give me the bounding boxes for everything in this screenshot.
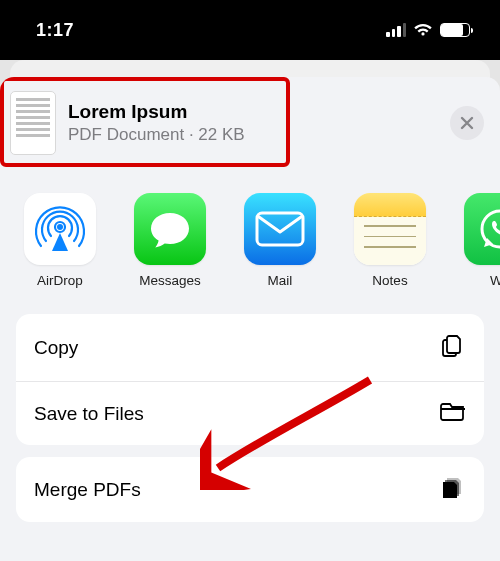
document-thumbnail [10,91,56,155]
app-label: Messages [139,273,201,288]
action-copy[interactable]: Copy [16,314,484,381]
action-label: Copy [34,337,78,359]
action-merge-pdfs[interactable]: Merge PDFs [16,457,484,522]
status-indicators [386,23,470,37]
share-target-whatsapp[interactable]: Wh [460,193,500,288]
status-time: 1:17 [36,20,74,41]
app-label: Notes [372,273,407,288]
action-save-to-files[interactable]: Save to Files [16,381,484,445]
messages-icon [134,193,206,265]
document-title: Lorem Ipsum [68,101,450,123]
share-header: Lorem Ipsum PDF Document · 22 KB [0,77,500,169]
app-label: Mail [268,273,293,288]
share-target-messages[interactable]: Messages [130,193,210,288]
action-list-2: Merge PDFs [16,457,484,522]
app-label: AirDrop [37,273,83,288]
whatsapp-icon [464,193,500,265]
document-meta: Lorem Ipsum PDF Document · 22 KB [68,101,450,145]
mail-icon [244,193,316,265]
action-list-1: Copy Save to Files [16,314,484,445]
action-list-container: Copy Save to Files Merge PDFs [0,308,500,522]
battery-icon [440,23,470,37]
cellular-signal-icon [386,23,406,37]
svg-point-1 [57,224,63,230]
copy-icon [440,332,466,363]
close-button[interactable] [450,106,484,140]
wifi-icon [413,23,433,37]
stack-icon [442,475,466,504]
notes-icon [354,193,426,265]
action-label: Merge PDFs [34,479,141,501]
share-target-notes[interactable]: Notes [350,193,430,288]
folder-icon [440,400,466,427]
svg-rect-2 [257,213,303,245]
close-icon [459,115,475,131]
share-target-airdrop[interactable]: AirDrop [20,193,100,288]
status-bar: 1:17 [0,0,500,60]
share-app-row[interactable]: AirDrop Messages Mail Notes Wh [0,169,500,308]
app-label: Wh [490,273,500,288]
action-label: Save to Files [34,403,144,425]
document-subtitle: PDF Document · 22 KB [68,125,450,145]
share-sheet: Lorem Ipsum PDF Document · 22 KB [0,77,500,561]
share-target-mail[interactable]: Mail [240,193,320,288]
airdrop-icon [24,193,96,265]
